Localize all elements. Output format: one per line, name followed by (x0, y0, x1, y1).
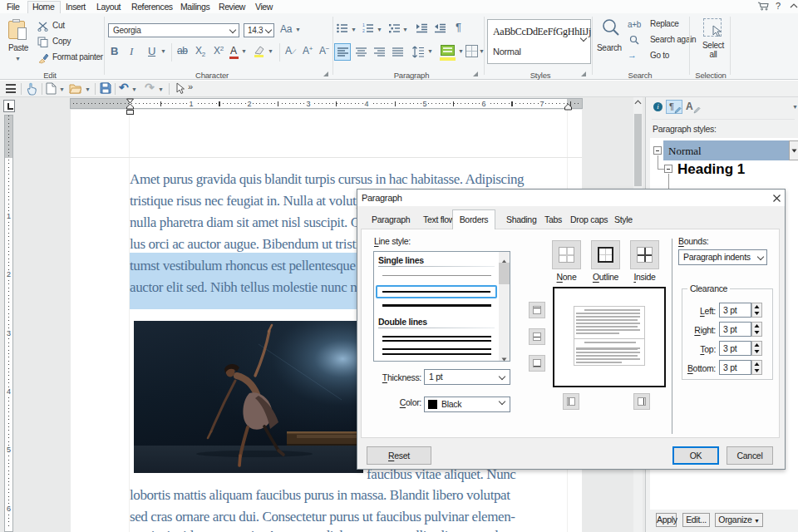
svg-text:1: 1 (362, 23, 365, 27)
svg-text:2: 2 (362, 28, 365, 33)
